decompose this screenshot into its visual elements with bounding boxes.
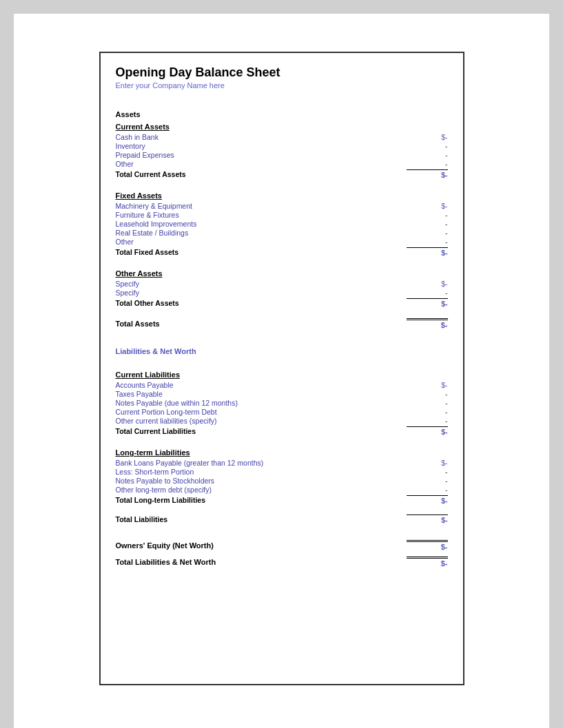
realestate-label: Real Estate / Buildings bbox=[116, 229, 189, 237]
fixed-assets-header: Fixed Assets bbox=[116, 191, 448, 200]
current-assets-header: Current Assets bbox=[116, 123, 448, 131]
list-item: Cash in Bank $- bbox=[116, 133, 448, 141]
list-item: Current Portion Long-term Debt - bbox=[116, 408, 448, 416]
list-item: Furniture & Fixtures - bbox=[116, 211, 448, 219]
total-current-assets-value: $- bbox=[407, 169, 448, 179]
specify2-label: Specify bbox=[116, 289, 139, 297]
specify1-label: Specify bbox=[116, 280, 139, 288]
specify1-value: $- bbox=[407, 280, 448, 288]
specify2-value: - bbox=[407, 289, 448, 297]
current-liabilities-header: Current Liabilities bbox=[116, 371, 448, 379]
total-current-liabilities-value: $- bbox=[407, 426, 448, 436]
other-current-liab-value: - bbox=[407, 417, 448, 425]
machinery-value: $- bbox=[407, 202, 448, 210]
list-item: Prepaid Expenses - bbox=[116, 151, 448, 159]
other-current-value: - bbox=[407, 160, 448, 168]
total-current-liabilities-row: Total Current Liabilities $- bbox=[116, 426, 448, 436]
list-item: Other long-term debt (specify) - bbox=[116, 486, 448, 494]
notes-payable-12-value: - bbox=[407, 399, 448, 407]
cash-in-bank-value: $- bbox=[407, 133, 448, 141]
other-fixed-value: - bbox=[407, 238, 448, 246]
total-current-assets-label: Total Current Assets bbox=[116, 170, 186, 178]
owners-equity-row: Owners' Equity (Net Worth) $- bbox=[116, 540, 448, 551]
total-current-liabilities-label: Total Current Liabilities bbox=[116, 427, 196, 435]
longterm-liabilities-header: Long-term Liabilities bbox=[116, 448, 448, 457]
cash-in-bank-label: Cash in Bank bbox=[116, 133, 158, 141]
inventory-label: Inventory bbox=[116, 142, 145, 150]
total-other-assets-row: Total Other Assets $- bbox=[116, 298, 448, 308]
total-fixed-assets-row: Total Fixed Assets $- bbox=[116, 247, 448, 257]
total-current-assets-row: Total Current Assets $- bbox=[116, 169, 448, 179]
page: Opening Day Balance Sheet Enter your Com… bbox=[14, 14, 549, 728]
other-current-label: Other bbox=[116, 160, 134, 168]
list-item: Bank Loans Payable (greater than 12 mont… bbox=[116, 459, 448, 467]
taxes-payable-value: - bbox=[407, 390, 448, 398]
list-item: Accounts Payable $- bbox=[116, 381, 448, 389]
list-item: Notes Payable (due within 12 months) - bbox=[116, 399, 448, 407]
total-assets-row: Total Assets $- bbox=[116, 318, 448, 329]
list-item: Other - bbox=[116, 238, 448, 246]
taxes-payable-label: Taxes Payable bbox=[116, 390, 163, 398]
list-item: Less: Short-term Portion - bbox=[116, 468, 448, 476]
current-portion-lt-label: Current Portion Long-term Debt bbox=[116, 408, 217, 416]
prepaid-expenses-label: Prepaid Expenses bbox=[116, 151, 174, 159]
liabilities-networth-header: Liabilities & Net Worth bbox=[116, 347, 448, 355]
prepaid-expenses-value: - bbox=[407, 151, 448, 159]
accounts-payable-label: Accounts Payable bbox=[116, 381, 174, 389]
total-assets-value: $- bbox=[407, 318, 448, 329]
notes-payable-stockholders-value: - bbox=[407, 477, 448, 485]
less-shortterm-label: Less: Short-term Portion bbox=[116, 468, 194, 476]
bank-loans-label: Bank Loans Payable (greater than 12 mont… bbox=[116, 459, 264, 467]
machinery-label: Machinery & Equipment bbox=[116, 202, 192, 210]
list-item: Taxes Payable - bbox=[116, 390, 448, 398]
current-portion-lt-value: - bbox=[407, 408, 448, 416]
owners-equity-label: Owners' Equity (Net Worth) bbox=[116, 541, 214, 550]
notes-payable-stockholders-label: Notes Payable to Stockholders bbox=[116, 477, 215, 485]
total-assets-label: Total Assets bbox=[116, 320, 160, 328]
total-liabilities-label: Total Liabilities bbox=[116, 515, 168, 523]
total-longterm-liabilities-row: Total Long-term Liabilities $- bbox=[116, 495, 448, 505]
list-item: Real Estate / Buildings - bbox=[116, 229, 448, 237]
list-item: Specify - bbox=[116, 289, 448, 297]
document: Opening Day Balance Sheet Enter your Com… bbox=[99, 52, 464, 685]
total-other-assets-label: Total Other Assets bbox=[116, 299, 179, 307]
total-liabilities-networth-value: $- bbox=[407, 557, 448, 568]
total-liabilities-networth-row: Total Liabilities & Net Worth $- bbox=[116, 557, 448, 568]
document-title: Opening Day Balance Sheet bbox=[116, 65, 448, 80]
other-longterm-value: - bbox=[407, 486, 448, 494]
realestate-value: - bbox=[407, 229, 448, 237]
other-assets-header: Other Assets bbox=[116, 269, 448, 278]
total-other-assets-value: $- bbox=[407, 298, 448, 308]
assets-header: Assets bbox=[116, 110, 448, 118]
document-subtitle: Enter your Company Name here bbox=[116, 81, 448, 90]
list-item: Other - bbox=[116, 160, 448, 168]
furniture-label: Furniture & Fixtures bbox=[116, 211, 179, 219]
total-liabilities-value: $- bbox=[407, 514, 448, 524]
notes-payable-12-label: Notes Payable (due within 12 months) bbox=[116, 399, 238, 407]
list-item: Machinery & Equipment $- bbox=[116, 202, 448, 210]
total-liabilities-row: Total Liabilities $- bbox=[116, 514, 448, 524]
bank-loans-value: $- bbox=[407, 459, 448, 467]
list-item: Inventory - bbox=[116, 142, 448, 150]
leasehold-value: - bbox=[407, 220, 448, 228]
list-item: Leasehold Improvements - bbox=[116, 220, 448, 228]
list-item: Notes Payable to Stockholders - bbox=[116, 477, 448, 485]
list-item: Specify $- bbox=[116, 280, 448, 288]
other-fixed-label: Other bbox=[116, 238, 134, 246]
total-liabilities-networth-label: Total Liabilities & Net Worth bbox=[116, 558, 216, 566]
furniture-value: - bbox=[407, 211, 448, 219]
owners-equity-value: $- bbox=[407, 540, 448, 551]
inventory-value: - bbox=[407, 142, 448, 150]
total-longterm-liabilities-value: $- bbox=[407, 495, 448, 505]
other-current-liab-label: Other current liabilities (specify) bbox=[116, 417, 217, 425]
total-fixed-assets-label: Total Fixed Assets bbox=[116, 248, 179, 256]
list-item: Other current liabilities (specify) - bbox=[116, 417, 448, 425]
less-shortterm-value: - bbox=[407, 468, 448, 476]
accounts-payable-value: $- bbox=[407, 381, 448, 389]
total-longterm-liabilities-label: Total Long-term Liabilities bbox=[116, 496, 205, 504]
other-longterm-label: Other long-term debt (specify) bbox=[116, 486, 212, 494]
leasehold-label: Leasehold Improvements bbox=[116, 220, 197, 228]
total-fixed-assets-value: $- bbox=[407, 247, 448, 257]
